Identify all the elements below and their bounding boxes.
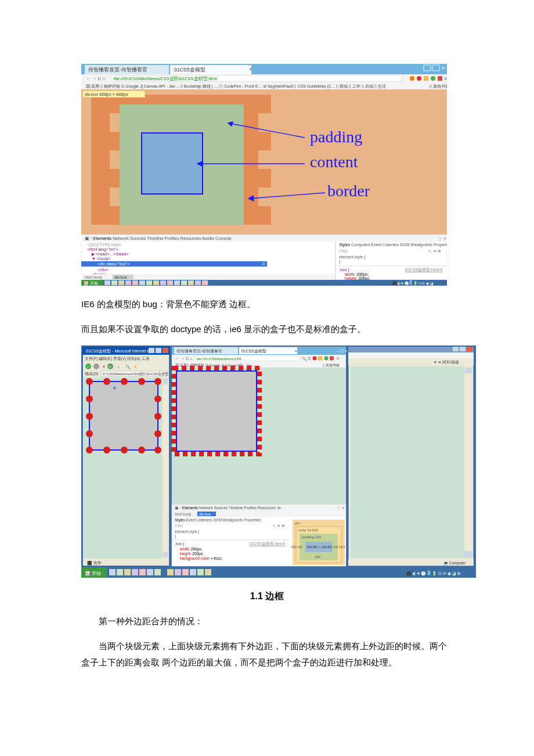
svg-rect-92 bbox=[195, 280, 201, 285]
svg-text:div.box: div.box bbox=[199, 512, 211, 516]
svg-text:≡: ≡ bbox=[262, 261, 265, 267]
svg-text:<!DOCTYPE html>: <!DOCTYPE html> bbox=[87, 243, 121, 247]
svg-text:file:///D:/CSSWebDemo/CSS进阶/01: file:///D:/CSSWebDemo/CSS进阶/01CSS盒模型.htm… bbox=[114, 76, 217, 81]
svg-point-106 bbox=[93, 363, 99, 369]
svg-text:⬛ 完毕: ⬛ 完毕 bbox=[87, 560, 102, 566]
svg-rect-89 bbox=[174, 280, 180, 285]
svg-text:▣ ▫  Elements  Network  Source: ▣ ▫ Elements Network Sources Timeline Pr… bbox=[175, 506, 281, 510]
svg-text:D:\CSSWebDemo\CSS进阶\01CSS盒模型: D:\CSSWebDemo\CSS进阶\01CSS盒模型 bbox=[103, 372, 168, 376]
svg-point-134 bbox=[154, 447, 161, 453]
svg-point-14 bbox=[410, 76, 414, 81]
svg-rect-163 bbox=[176, 371, 257, 451]
svg-point-121 bbox=[121, 378, 128, 385]
svg-rect-91 bbox=[188, 280, 194, 285]
svg-rect-206 bbox=[465, 368, 472, 373]
svg-rect-28 bbox=[91, 95, 110, 225]
svg-rect-18 bbox=[438, 76, 442, 81]
svg-text:★: ★ bbox=[134, 365, 137, 369]
svg-rect-157 bbox=[330, 357, 334, 361]
svg-rect-222 bbox=[182, 569, 189, 575]
svg-text:01CSS盒模型.html:9: 01CSS盒模型.html:9 bbox=[250, 542, 285, 546]
svg-text:×: × bbox=[295, 349, 297, 353]
section-title-border: 1.1 边框 bbox=[0, 591, 534, 603]
svg-text:✕: ✕ bbox=[102, 365, 106, 369]
svg-rect-215 bbox=[124, 569, 131, 575]
svg-text:01CSS盒模型: 01CSS盒模型 bbox=[241, 349, 266, 353]
svg-text:Filter: Filter bbox=[339, 249, 348, 253]
svg-text:←  →  C  ⌂: ← → C ⌂ bbox=[86, 76, 105, 81]
svg-point-132 bbox=[121, 447, 128, 453]
svg-point-125 bbox=[154, 395, 161, 402]
svg-rect-214 bbox=[117, 569, 123, 575]
svg-text:×: × bbox=[442, 65, 445, 71]
svg-text:gin   -: gin - bbox=[295, 521, 302, 525]
svg-text:width: 200px;: width: 200px; bbox=[179, 547, 203, 552]
svg-point-130 bbox=[86, 447, 93, 453]
svg-text:html  body: html body bbox=[175, 512, 192, 517]
svg-text:Styles  Event Listeners  DOM B: Styles Event Listeners DOM Breakpoints P… bbox=[175, 518, 262, 523]
svg-point-128 bbox=[86, 430, 93, 437]
paragraph-doctype: 而且如果不设置争取的 doctype 的话，ie6 显示的盒子也不是标准的盒子。 bbox=[81, 321, 453, 338]
svg-rect-85 bbox=[146, 280, 152, 285]
svg-rect-81 bbox=[118, 280, 124, 285]
svg-text:padding: padding bbox=[310, 128, 362, 146]
svg-text:≡: ≡ bbox=[444, 75, 447, 81]
svg-text:▶ <head>…</head>: ▶ <head>…</head> bbox=[92, 252, 128, 256]
svg-text:+,  ☀  ✲: +, ☀ ✲ bbox=[273, 524, 285, 528]
svg-rect-90 bbox=[181, 280, 187, 285]
svg-text:file:///D:/CSSWebDemo/CSS…: file:///D:/CSSWebDemo/CSS… bbox=[197, 357, 245, 361]
svg-rect-117 bbox=[89, 381, 158, 450]
svg-rect-93 bbox=[202, 280, 208, 285]
svg-text:文件(F)  编辑(E)  查看(V)  转到(A)  工具: 文件(F) 编辑(E) 查看(V) 转到(A) 工具 bbox=[85, 357, 150, 361]
svg-text:💻 Computer: 💻 Computer bbox=[443, 560, 466, 566]
svg-text:⋮  ×: ⋮ × bbox=[438, 236, 446, 241]
svg-text:×: × bbox=[249, 66, 252, 72]
svg-text:⬛ ◐ ♥ 🕐 ≣ 🔋 ⊡ ⟳ ◉ ◪ ⧉: ⬛ ◐ ♥ 🕐 ≣ 🔋 ⊡ ⟳ ◉ ◪ ⧉ bbox=[406, 571, 460, 576]
svg-text:01CSS盒模型.html:9: 01CSS盒模型.html:9 bbox=[405, 268, 442, 272]
svg-text:⟳: ⟳ bbox=[109, 365, 111, 369]
svg-rect-198 bbox=[453, 347, 459, 351]
svg-text:🔍 ℛ: 🔍 ℛ bbox=[302, 356, 311, 361]
svg-text:01CSS盒模型 - Microsoft Internet : 01CSS盒模型 - Microsoft Internet Ex… bbox=[86, 349, 156, 353]
figure-ie6-vs-chrome: www.bdocx.com 01CSS盒模型 - Microsoft Inter… bbox=[81, 345, 534, 578]
svg-text:▣  ▫  Elements  Network  Sourc: ▣ ▫ Elements Network Sources Timeline Pr… bbox=[85, 236, 232, 241]
svg-point-17 bbox=[431, 76, 435, 81]
svg-rect-201 bbox=[348, 352, 474, 358]
svg-rect-155 bbox=[318, 357, 322, 361]
svg-point-156 bbox=[324, 357, 329, 361]
svg-text:🪟 开始: 🪟 开始 bbox=[84, 280, 98, 286]
svg-text:content: content bbox=[310, 153, 358, 171]
svg-point-120 bbox=[103, 378, 110, 385]
svg-rect-199 bbox=[460, 347, 466, 351]
svg-point-131 bbox=[103, 447, 110, 453]
svg-rect-138 bbox=[163, 552, 168, 557]
svg-text:<html lang="en">: <html lang="en"> bbox=[87, 247, 118, 252]
svg-rect-221 bbox=[175, 569, 181, 575]
svg-text:height: 200px;: height: 200px; bbox=[180, 552, 204, 556]
svg-rect-100 bbox=[149, 348, 154, 353]
svg-point-15 bbox=[417, 76, 421, 81]
svg-rect-213 bbox=[109, 569, 116, 575]
svg-rect-82 bbox=[125, 280, 131, 285]
svg-text:Styles  Computed  Event Listen: Styles Computed Event Listeners DOM Brea… bbox=[339, 243, 447, 247]
svg-text:border: border bbox=[327, 182, 370, 200]
svg-rect-79 bbox=[104, 280, 110, 285]
svg-point-154 bbox=[313, 357, 317, 361]
svg-text:.box {: .box { bbox=[175, 542, 185, 546]
svg-text:– ☐ ×: – ☐ × bbox=[337, 349, 347, 353]
svg-text:</div>: </div> bbox=[98, 268, 109, 272]
svg-text:element.style {: element.style { bbox=[339, 255, 366, 260]
svg-rect-200 bbox=[467, 347, 472, 351]
svg-rect-207 bbox=[464, 551, 472, 558]
svg-rect-137 bbox=[163, 379, 168, 384]
svg-text:▯ 其他书签: ▯ 其他书签 bbox=[323, 363, 340, 367]
svg-text:地址(D): 地址(D) bbox=[84, 372, 98, 376]
svg-text:100 19.5: 100 19.5 bbox=[333, 545, 345, 549]
svg-text:background-color: ▪ #ccc;: background-color: ▪ #ccc; bbox=[180, 556, 222, 561]
svg-rect-219 bbox=[154, 569, 161, 575]
svg-text:01CSS盒模型: 01CSS盒模型 bbox=[174, 67, 205, 73]
svg-text:+,  ☀  ✲: +, ☀ ✲ bbox=[428, 249, 441, 253]
svg-rect-86 bbox=[153, 280, 159, 285]
svg-rect-204 bbox=[351, 366, 464, 558]
svg-text:padding  100: padding 100 bbox=[302, 535, 322, 539]
